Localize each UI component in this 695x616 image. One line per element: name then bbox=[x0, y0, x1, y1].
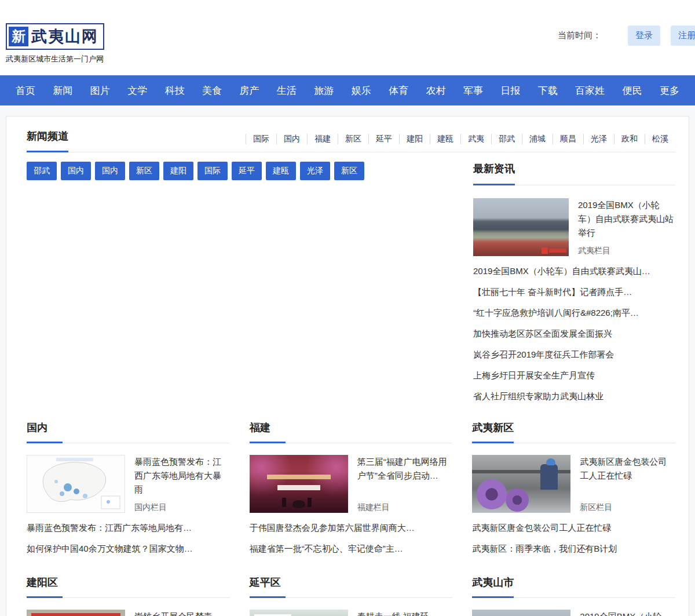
register-button[interactable]: 注册 bbox=[671, 25, 695, 46]
featured-title[interactable]: 2019全国BMX（小轮 bbox=[580, 610, 661, 616]
channel-link-newdistrict[interactable]: 新区 bbox=[338, 134, 368, 144]
section-featured-article[interactable]: 2019全国BMX（小轮 bbox=[472, 610, 675, 616]
page-background: 新闻频道 国际 国内 福建 新区 延平 建阳 建瓯 武夷 邵武 浦城 顺昌 光泽… bbox=[0, 105, 695, 616]
featured-category[interactable]: 国内栏目 bbox=[134, 498, 230, 513]
featured-title[interactable]: 暴雨蓝色预警发布：江西广东等地局地有大暴雨 bbox=[134, 455, 230, 497]
channel-link-shunchang[interactable]: 顺昌 bbox=[553, 134, 583, 144]
section-title: 武夷山市 bbox=[472, 575, 514, 598]
news-link[interactable]: 如何保护中国40余万文物建筑？国家文物… bbox=[27, 538, 230, 559]
section-featured-article[interactable]: 春耕走一线 福建延 bbox=[250, 610, 453, 616]
nav-item-realestate[interactable]: 房产 bbox=[239, 84, 259, 97]
content-row: 邵武 国内 国内 新区 建阳 国际 延平 建瓯 光泽 新区 最新资讯 bbox=[27, 162, 675, 407]
tag-button-international[interactable]: 国际 bbox=[197, 162, 228, 180]
news-link[interactable]: 武夷新区唐金包装公司工人正在忙碌 bbox=[472, 517, 675, 538]
nav-item-news[interactable]: 新闻 bbox=[53, 84, 72, 97]
section-title: 建阳区 bbox=[27, 575, 63, 598]
channel-link-songxi[interactable]: 松溪 bbox=[645, 134, 675, 144]
news-link[interactable]: 【壮丽七十年 奋斗新时代】记者蹲点手… bbox=[473, 282, 675, 302]
section-domestic: 国内 bbox=[27, 421, 230, 559]
news-link[interactable]: 暴雨蓝色预警发布：江西广东等地局地有… bbox=[27, 517, 230, 538]
section-title: 武夷新区 bbox=[472, 421, 514, 443]
channel-link-international[interactable]: 国际 bbox=[246, 134, 276, 144]
latest-news-panel: 最新资讯 2019全国BMX（小轮车）自由式联赛武夷山站举行 武夷栏目 2019… bbox=[473, 162, 675, 407]
news-link[interactable]: 于伟国唐登杰会见参加第六届世界闽商大… bbox=[250, 517, 453, 538]
nav-item-pictures[interactable]: 图片 bbox=[90, 84, 110, 97]
logo-text: 武夷山网 bbox=[31, 26, 98, 47]
section-header: 福建 bbox=[250, 421, 453, 443]
latest-news-header: 最新资讯 bbox=[473, 162, 675, 185]
channel-link-pucheng[interactable]: 浦城 bbox=[522, 134, 553, 144]
channel-link-jianyang[interactable]: 建阳 bbox=[399, 134, 430, 144]
site-logo[interactable]: 新 武夷山网 武夷新区城市生活第一门户网 bbox=[6, 23, 104, 64]
tag-button-guangze[interactable]: 光泽 bbox=[300, 162, 330, 180]
nav-item-life[interactable]: 生活 bbox=[277, 84, 297, 97]
featured-title[interactable]: 崇雒乡开展全民禁毒 bbox=[134, 610, 213, 616]
section-featured-article[interactable]: 第三届“福建广电网络用户节”全省同步启动… 福建栏目 bbox=[250, 455, 453, 513]
featured-title[interactable]: 第三届“福建广电网络用户节”全省同步启动… bbox=[357, 455, 453, 483]
channel-link-fujian[interactable]: 福建 bbox=[307, 134, 338, 144]
section-news-list: 武夷新区唐金包装公司工人正在忙碌 武夷新区：雨季来临，我们还有B计划 bbox=[472, 517, 675, 559]
featured-category[interactable]: 武夷栏目 bbox=[578, 241, 675, 256]
channel-link-yanping[interactable]: 延平 bbox=[368, 134, 399, 144]
channel-link-jianou[interactable]: 建瓯 bbox=[430, 134, 460, 144]
nav-item-travel[interactable]: 旅游 bbox=[314, 84, 334, 97]
tag-button-yanping[interactable]: 延平 bbox=[232, 162, 262, 180]
tag-button-newdistrict-2[interactable]: 新区 bbox=[334, 162, 364, 180]
site-tagline: 武夷新区城市生活第一门户网 bbox=[6, 54, 104, 64]
nav-item-sports[interactable]: 体育 bbox=[389, 84, 408, 97]
tag-button-newdistrict-1[interactable]: 新区 bbox=[129, 162, 159, 180]
channel-links: 国际 国内 福建 新区 延平 建阳 建瓯 武夷 邵武 浦城 顺昌 光泽 政和 松… bbox=[246, 134, 675, 152]
news-link[interactable]: 武夷新区：雨季来临，我们还有B计划 bbox=[472, 538, 675, 559]
featured-text: 春耕走一线 福建延 bbox=[357, 610, 429, 616]
featured-category[interactable]: 新区栏目 bbox=[580, 498, 675, 513]
tag-button-jianou[interactable]: 建瓯 bbox=[266, 162, 296, 180]
channel-link-zhenghe[interactable]: 政和 bbox=[614, 134, 645, 144]
nav-item-military[interactable]: 军事 bbox=[463, 84, 483, 97]
tag-button-domestic-2[interactable]: 国内 bbox=[95, 162, 125, 180]
news-link[interactable]: “红十字应急救护培训八闽行&#8226;南平… bbox=[473, 302, 675, 323]
nav-item-rural[interactable]: 农村 bbox=[426, 84, 445, 97]
tag-button-shaowu[interactable]: 邵武 bbox=[27, 162, 57, 180]
section-featured-article[interactable]: 武夷新区唐金包装公司工人正在忙碌 新区栏目 bbox=[472, 455, 675, 513]
channel-link-shaowu[interactable]: 邵武 bbox=[491, 134, 522, 144]
factory-worker-photo bbox=[472, 455, 570, 513]
featured-title[interactable]: 2019全国BMX（小轮车）自由式联赛武夷山站举行 bbox=[578, 198, 675, 240]
china-weather-map-photo bbox=[27, 455, 125, 513]
nav-item-daily[interactable]: 日报 bbox=[500, 84, 520, 97]
tag-button-domestic-1[interactable]: 国内 bbox=[61, 162, 91, 180]
nav-item-tech[interactable]: 科技 bbox=[165, 84, 185, 97]
news-link[interactable]: 上梅乡圩日开展安全生产月宣传 bbox=[473, 365, 675, 386]
news-link[interactable]: 岚谷乡召开2019年度征兵工作部署会 bbox=[473, 344, 675, 365]
latest-news-title: 最新资讯 bbox=[473, 162, 515, 185]
section-featured-article[interactable]: 崇雒乡开展全民禁毒 bbox=[27, 610, 230, 616]
featured-title[interactable]: 春耕走一线 福建延 bbox=[357, 610, 429, 616]
featured-category[interactable]: 福建栏目 bbox=[357, 498, 453, 513]
news-link[interactable]: 福建省第一批“不忘初心、牢记使命”主… bbox=[250, 538, 453, 559]
nav-item-more[interactable]: 更多 bbox=[660, 84, 679, 97]
fujian-event-photo bbox=[250, 455, 348, 513]
nav-item-home[interactable]: 首页 bbox=[16, 84, 35, 97]
channel-link-guangze[interactable]: 光泽 bbox=[583, 134, 614, 144]
featured-text: 2019全国BMX（小轮 bbox=[580, 610, 661, 616]
tag-button-jianyang[interactable]: 建阳 bbox=[163, 162, 193, 180]
nav-item-food[interactable]: 美食 bbox=[202, 84, 222, 97]
featured-title[interactable]: 武夷新区唐金包装公司工人正在忙碌 bbox=[580, 455, 675, 483]
section-title: 福建 bbox=[250, 421, 286, 443]
nav-item-entertainment[interactable]: 娱乐 bbox=[352, 84, 371, 97]
channel-link-wuyi[interactable]: 武夷 bbox=[460, 134, 491, 144]
login-button[interactable]: 登录 bbox=[628, 25, 660, 46]
news-channel-title: 新闻频道 bbox=[27, 129, 68, 152]
nav-item-surnames[interactable]: 百家姓 bbox=[575, 84, 605, 97]
latest-featured-article[interactable]: 2019全国BMX（小轮车）自由式联赛武夷山站举行 武夷栏目 bbox=[473, 198, 675, 256]
nav-item-download[interactable]: 下载 bbox=[538, 84, 558, 97]
news-link[interactable]: 省人社厅组织专家助力武夷山林业 bbox=[473, 386, 675, 407]
nav-item-convenience[interactable]: 便民 bbox=[623, 84, 642, 97]
section-featured-article[interactable]: 暴雨蓝色预警发布：江西广东等地局地有大暴雨 国内栏目 bbox=[27, 455, 230, 513]
main-card: 新闻频道 国际 国内 福建 新区 延平 建阳 建瓯 武夷 邵武 浦城 顺昌 光泽… bbox=[6, 116, 689, 616]
nav-item-literature[interactable]: 文学 bbox=[127, 84, 147, 97]
latest-news-list: 2019全国BMX（小轮车）自由式联赛武夷山… 【壮丽七十年 奋斗新时代】记者蹲… bbox=[473, 261, 675, 407]
logo-mark: 新 bbox=[9, 27, 28, 46]
news-link[interactable]: 2019全国BMX（小轮车）自由式联赛武夷山… bbox=[473, 261, 675, 282]
channel-link-domestic[interactable]: 国内 bbox=[276, 134, 307, 144]
news-link[interactable]: 加快推动老区苏区全面发展全面振兴 bbox=[473, 323, 675, 344]
